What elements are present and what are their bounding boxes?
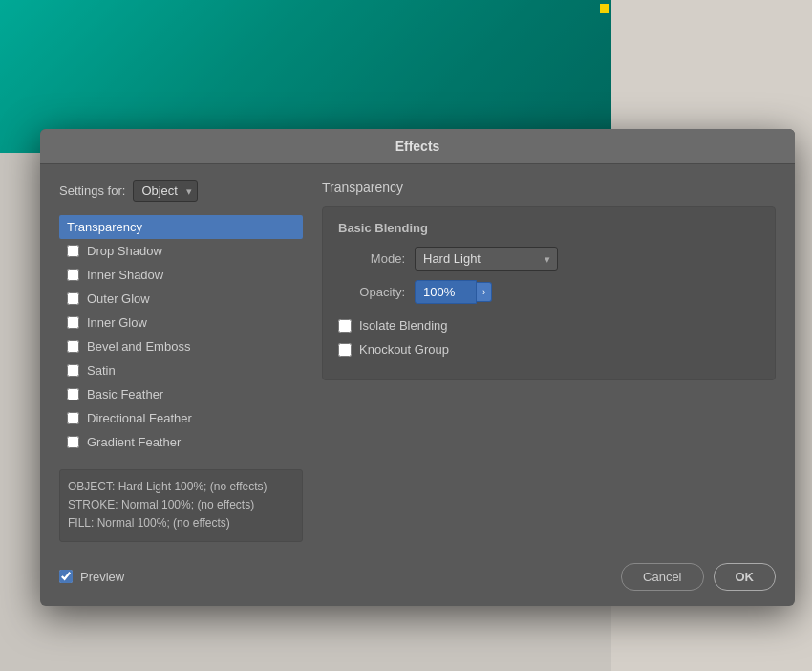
opacity-stepper-button[interactable]: › (477, 282, 492, 302)
transparency-label: Transparency (67, 220, 142, 234)
mode-row: Mode: Normal Multiply Screen Overlay Sof… (338, 247, 759, 271)
opacity-row: Opacity: › (338, 280, 759, 304)
opacity-label: Opacity: (338, 285, 405, 299)
isolate-blending-row: Isolate Blending (338, 318, 759, 333)
bevel-emboss-checkbox[interactable] (67, 340, 79, 353)
effects-list-item-drop-shadow[interactable]: Drop Shadow (59, 239, 303, 263)
settings-for-row: Settings for: Object Stroke Fill (59, 180, 303, 202)
inner-shadow-checkbox[interactable] (67, 269, 79, 281)
effects-list-item-directional-feather[interactable]: Directional Feather (59, 406, 303, 430)
panel-title: Transparency (322, 180, 776, 195)
basic-feather-label: Basic Feather (87, 387, 163, 401)
gradient-feather-label: Gradient Feather (87, 435, 181, 449)
dialog-body: Settings for: Object Stroke Fill Transpa… (40, 164, 795, 552)
effects-list-item-bevel-emboss[interactable]: Bevel and Emboss (59, 335, 303, 358)
gradient-feather-checkbox[interactable] (67, 436, 79, 448)
directional-feather-checkbox[interactable] (67, 412, 79, 424)
drop-shadow-checkbox[interactable] (67, 245, 79, 257)
cancel-button[interactable]: Cancel (621, 563, 703, 591)
knockout-group-checkbox[interactable] (338, 343, 352, 357)
summary-line-2: STROKE: Normal 100%; (no effects) (68, 496, 294, 514)
footer-buttons: Cancel OK (621, 563, 776, 591)
bevel-emboss-label: Bevel and Emboss (87, 339, 190, 354)
isolate-blending-label: Isolate Blending (359, 318, 448, 333)
dialog-title: Effects (395, 139, 440, 154)
effects-list-item-transparency[interactable]: Transparency (59, 215, 303, 239)
effects-summary: OBJECT: Hard Light 100%; (no effects) ST… (59, 469, 303, 542)
opacity-input-wrapper: › (415, 280, 492, 304)
divider-1 (338, 314, 759, 314)
summary-line-3: FILL: Normal 100%; (no effects) (68, 514, 294, 532)
effects-dialog: Effects Settings for: Object Stroke Fill (40, 129, 795, 606)
effects-list-item-outer-glow[interactable]: Outer Glow (59, 287, 303, 311)
knockout-group-label: Knockout Group (359, 342, 449, 357)
left-panel: Settings for: Object Stroke Fill Transpa… (59, 180, 303, 552)
directional-feather-label: Directional Feather (87, 411, 192, 425)
drop-shadow-label: Drop Shadow (87, 244, 162, 258)
effects-list-item-satin[interactable]: Satin (59, 358, 303, 382)
effects-list-item-basic-feather[interactable]: Basic Feather (59, 382, 303, 406)
inner-glow-checkbox[interactable] (67, 316, 79, 329)
section-title: Basic Blending (338, 221, 759, 235)
dialog-titlebar: Effects (40, 129, 795, 164)
preview-label: Preview (80, 570, 124, 584)
effects-list-item-gradient-feather[interactable]: Gradient Feather (59, 430, 303, 454)
inner-glow-label: Inner Glow (87, 315, 147, 330)
settings-for-select-wrapper: Object Stroke Fill (133, 180, 198, 202)
knockout-group-row: Knockout Group (338, 342, 759, 357)
preview-checkbox[interactable] (59, 570, 73, 583)
outer-glow-checkbox[interactable] (67, 292, 79, 305)
effects-list-item-inner-glow[interactable]: Inner Glow (59, 311, 303, 335)
satin-checkbox[interactable] (67, 364, 79, 377)
dialog-footer: Preview Cancel OK (40, 552, 795, 606)
effects-list-item-inner-shadow[interactable]: Inner Shadow (59, 263, 303, 287)
outer-glow-label: Outer Glow (87, 292, 150, 306)
settings-for-label: Settings for: (59, 184, 125, 198)
preview-row: Preview (59, 570, 124, 584)
basic-feather-checkbox[interactable] (67, 388, 79, 400)
right-panel: Transparency Basic Blending Mode: Normal… (322, 180, 776, 552)
panel-content: Basic Blending Mode: Normal Multiply Scr… (322, 206, 776, 380)
inner-shadow-label: Inner Shadow (87, 268, 163, 282)
isolate-blending-checkbox[interactable] (338, 319, 352, 333)
opacity-input[interactable] (415, 280, 477, 304)
ok-button[interactable]: OK (714, 563, 777, 591)
mode-label: Mode: (338, 251, 405, 266)
settings-for-select[interactable]: Object Stroke Fill (133, 180, 198, 202)
mode-select[interactable]: Normal Multiply Screen Overlay Soft Ligh… (415, 247, 558, 271)
effects-list: Transparency Drop Shadow Inner Shadow Ou… (59, 215, 303, 454)
summary-line-1: OBJECT: Hard Light 100%; (no effects) (68, 478, 294, 496)
yellow-dot (600, 4, 609, 13)
satin-label: Satin (87, 363, 116, 378)
mode-select-wrapper: Normal Multiply Screen Overlay Soft Ligh… (415, 247, 558, 271)
